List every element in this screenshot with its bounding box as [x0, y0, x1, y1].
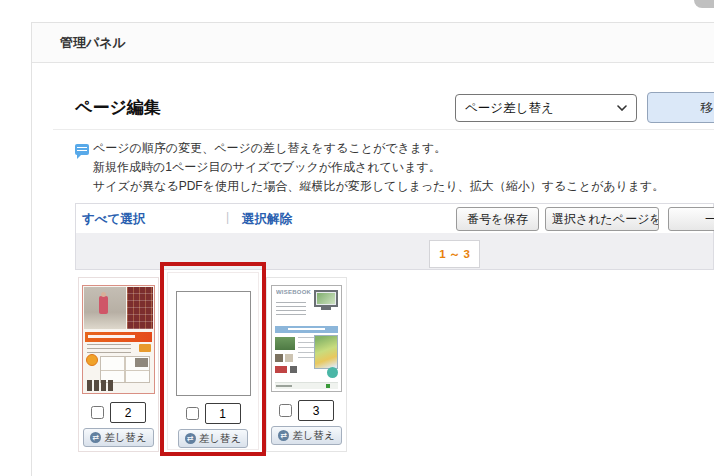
brochure-orange-chip [139, 344, 151, 352]
pagination-range-badge: 1 ～ 3 [429, 240, 480, 268]
flyer-green-photo [275, 337, 295, 350]
flyer-small-thumbs [275, 354, 293, 362]
description-line: ページの順序の変更、ページの差し替えをすることができます。 [93, 139, 664, 158]
page-number-input-2[interactable] [110, 402, 146, 423]
replace-button-label: 差し替え [292, 429, 335, 443]
replace-button-label: 差し替え [199, 432, 242, 446]
page-cell-2: ⇄ 差し替え [78, 277, 159, 452]
page-thumbnail-2[interactable] [82, 285, 155, 394]
description-line: サイズが異なるPDFを使用した場合、縦横比が変形してしまったり、拡大（縮小）する… [93, 177, 664, 196]
brochure-photo-collage [127, 287, 153, 329]
brochure-title-banner [85, 332, 152, 342]
chevron-down-icon [617, 105, 627, 111]
save-number-button[interactable]: 番号を保存 [456, 207, 539, 231]
monitor-illustration [314, 290, 338, 307]
action-dropdown-value: ページ差し替え [465, 100, 554, 117]
flyer-red-tag [275, 366, 287, 373]
wisebook-logo: WISEBOOK [276, 289, 311, 295]
comment-bubble-icon [75, 144, 89, 155]
flyer-teal-badge [327, 367, 338, 378]
page-controls-3 [279, 400, 334, 421]
window-corner-decoration [694, 0, 714, 8]
bulk-action-button-cutoff[interactable]: 一 [668, 207, 714, 231]
page-cell-3: WISEBOOK ⇄ 差し替え [266, 277, 347, 452]
flyer-footer [275, 382, 338, 389]
flyer-list-lines [298, 337, 314, 359]
delete-selected-button[interactable]: 選択されたページを削除 [545, 207, 659, 231]
flyer-blue-banner [275, 326, 338, 333]
flyer-map [314, 335, 338, 369]
page-edit-screen: 管理パネル ページ編集 ページ差し替え 移 ページの順序の変更、ページの差し替え… [0, 0, 714, 476]
replace-button-2[interactable]: ⇄ 差し替え [83, 428, 154, 447]
deselect-link[interactable]: 選択解除 [242, 211, 292, 228]
panel-title: 管理パネル [60, 34, 126, 52]
page-controls-2 [91, 402, 146, 423]
brochure-photo-strips [87, 380, 113, 391]
brochure-person [99, 296, 108, 314]
page-checkbox-1[interactable] [186, 407, 199, 420]
page-thumbnail-3[interactable]: WISEBOOK [271, 285, 342, 392]
brochure-photo-left [84, 287, 126, 329]
action-dropdown[interactable]: ページ差し替え [455, 94, 637, 122]
panel-header: 管理パネル [32, 23, 714, 63]
replace-button-1[interactable]: ⇄ 差し替え [178, 429, 249, 448]
page-checkbox-2[interactable] [91, 406, 104, 419]
replace-button-label: 差し替え [104, 431, 147, 445]
page-checkbox-3[interactable] [279, 404, 292, 417]
page-controls-1 [186, 403, 241, 424]
page-cell-1: ⇄ 差し替え [167, 272, 259, 450]
title-divider [53, 129, 714, 130]
page-list-container: すべて選択 | 選択解除 番号を保存 選択されたページを削除 一 1 ～ 3 [75, 203, 714, 270]
move-button[interactable]: 移 [647, 92, 714, 123]
swap-icon: ⇄ [185, 433, 196, 444]
swap-icon: ⇄ [278, 430, 289, 441]
qr-code [290, 366, 297, 373]
brochure-orange-badge [86, 354, 98, 366]
page-thumbnail-1[interactable] [176, 291, 251, 396]
brochure-map [100, 356, 150, 383]
swap-icon: ⇄ [90, 432, 101, 443]
page-number-input-1[interactable] [205, 403, 241, 424]
pagination-band: 1 ～ 3 [76, 233, 713, 269]
list-toolbar: すべて選択 | 選択解除 番号を保存 選択されたページを削除 一 [76, 204, 713, 233]
replace-button-3[interactable]: ⇄ 差し替え [271, 426, 342, 445]
page-number-input-3[interactable] [298, 400, 334, 421]
brochure-text-lines [87, 344, 131, 353]
link-separator: | [226, 210, 229, 224]
page-title: ページ編集 [75, 96, 161, 119]
page-description: ページの順序の変更、ページの差し替えをすることができます。 新規作成時の1ページ… [93, 139, 664, 196]
description-line: 新規作成時の1ページ目のサイズでブックが作成されています。 [93, 158, 664, 177]
flyer-text-lines [276, 302, 306, 317]
select-all-link[interactable]: すべて選択 [82, 211, 145, 228]
